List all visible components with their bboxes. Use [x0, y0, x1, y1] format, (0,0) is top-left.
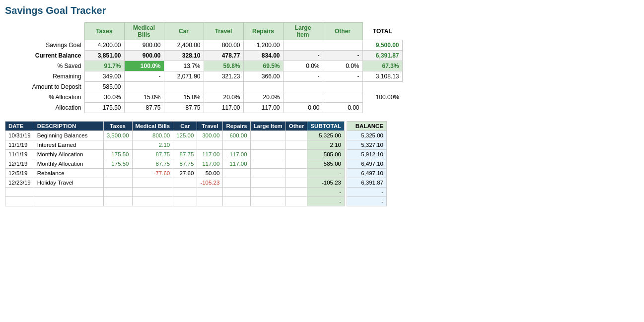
atd-other: [323, 82, 362, 92]
alloc-label: Allocation: [5, 103, 84, 113]
summary-table: Taxes MedicalBills Car Travel Repairs La…: [5, 22, 403, 113]
alloc-car: 87.75: [164, 103, 204, 113]
summary-header-row: Taxes MedicalBills Car Travel Repairs La…: [5, 23, 402, 40]
sg-total: 9,500.00: [362, 40, 402, 51]
pct-repairs: 69.5%: [243, 61, 283, 71]
pa-repairs: 20.0%: [243, 92, 283, 103]
balance-table: BALANCE 5,325.005,327.105,912.106,497.10…: [347, 121, 387, 206]
sg-medical: 900.00: [124, 40, 164, 51]
th-travel: Travel: [197, 122, 223, 131]
col-large: LargeItem: [283, 23, 323, 40]
rem-other: -: [323, 71, 362, 82]
atd-total: [362, 82, 402, 92]
atd-taxes: 585.00: [84, 82, 124, 92]
balance-row: 6,497.10: [347, 169, 386, 178]
trans-row: 12/5/19Rebalance-77.6027.6050.00-: [5, 169, 345, 178]
cb-label: Current Balance: [5, 51, 84, 61]
balance-row: 6,391.87: [347, 178, 386, 188]
transactions-table: DATE DESCRIPTION Taxes Medical Bills Car…: [5, 121, 345, 206]
atd-label: Amount to Deposit: [5, 82, 84, 92]
balance-row: 6,497.10: [347, 159, 386, 169]
rem-repairs: 366.00: [243, 71, 283, 82]
th-balance: BALANCE: [347, 122, 386, 131]
th-date: DATE: [5, 122, 34, 131]
atd-travel: [204, 82, 243, 92]
summary-section: Taxes MedicalBills Car Travel Repairs La…: [5, 22, 639, 113]
col-repairs: Repairs: [243, 23, 283, 40]
trans-row: 11/1/19Monthly Allocation175.5087.7587.7…: [5, 150, 345, 159]
sg-other: [323, 40, 362, 51]
pct-car: 13.7%: [164, 61, 204, 71]
pct-large: 0.0%: [283, 61, 323, 71]
page-title: Savings Goal Tracker: [5, 5, 639, 16]
transactions-section: DATE DESCRIPTION Taxes Medical Bills Car…: [5, 121, 639, 206]
pa-medical: 15.0%: [124, 92, 164, 103]
pa-taxes: 30.0%: [84, 92, 124, 103]
pa-label: % Allocation: [5, 92, 84, 103]
trans-row: -: [5, 188, 345, 197]
cb-total: 6,391.87: [362, 51, 402, 61]
allocation-row: Allocation 175.50 87.75 87.75 117.00 117…: [5, 103, 402, 113]
atd-medical: [124, 82, 164, 92]
sg-car: 2,400.00: [164, 40, 204, 51]
atd-car: [164, 82, 204, 92]
cb-travel: 478.77: [204, 51, 243, 61]
trans-row: 11/1/19Interest Earned2.102.10: [5, 140, 345, 150]
savings-goal-label: Savings Goal: [5, 40, 84, 51]
col-travel: Travel: [204, 23, 243, 40]
alloc-medical: 87.75: [124, 103, 164, 113]
savings-goal-row: Savings Goal 4,200.00 900.00 2,400.00 80…: [5, 40, 402, 51]
pa-travel: 20.0%: [204, 92, 243, 103]
th-repairs: Repairs: [223, 122, 250, 131]
rem-total: 3,108.13: [362, 71, 402, 82]
col-car: Car: [164, 23, 204, 40]
sg-taxes: 4,200.00: [84, 40, 124, 51]
alloc-other: 0.00: [323, 103, 362, 113]
trans-row: 12/1/19Monthly Allocation175.5087.7587.7…: [5, 159, 345, 169]
trans-row: 12/23/19Holiday Travel-105.23-105.23: [5, 178, 345, 188]
current-balance-row: Current Balance 3,851.00 900.00 328.10 4…: [5, 51, 402, 61]
pa-total: 100.00%: [362, 92, 402, 103]
pct-total: 67.3%: [362, 61, 402, 71]
cb-taxes: 3,851.00: [84, 51, 124, 61]
pct-allocation-row: % Allocation 30.0% 15.0% 15.0% 20.0% 20.…: [5, 92, 402, 103]
rem-travel: 321.23: [204, 71, 243, 82]
sg-travel: 800.00: [204, 40, 243, 51]
trans-header-row: DATE DESCRIPTION Taxes Medical Bills Car…: [5, 122, 345, 131]
pct-travel: 59.8%: [204, 61, 243, 71]
th-other: Other: [286, 122, 307, 131]
th-subtotal: SUBTOTAL: [307, 122, 345, 131]
th-taxes: Taxes: [103, 122, 132, 131]
rem-large: -: [283, 71, 323, 82]
rem-taxes: 349.00: [84, 71, 124, 82]
col-taxes: Taxes: [84, 23, 124, 40]
alloc-travel: 117.00: [204, 103, 243, 113]
cb-car: 328.10: [164, 51, 204, 61]
pct-saved-label: % Saved: [5, 61, 84, 71]
balance-row: 5,912.10: [347, 150, 386, 159]
balance-row: -: [347, 188, 386, 197]
alloc-large: 0.00: [283, 103, 323, 113]
cb-repairs: 834.00: [243, 51, 283, 61]
remaining-row: Remaining 349.00 - 2,071.90 321.23 366.0…: [5, 71, 402, 82]
pct-medical: 100.0%: [124, 61, 164, 71]
empty-header: [5, 23, 84, 40]
alloc-taxes: 175.50: [84, 103, 124, 113]
amount-deposit-row: Amount to Deposit 585.00: [5, 82, 402, 92]
balance-header-row: BALANCE: [347, 122, 386, 131]
th-large: Large Item: [250, 122, 286, 131]
cb-other: -: [323, 51, 362, 61]
alloc-repairs: 117.00: [243, 103, 283, 113]
col-medical: MedicalBills: [124, 23, 164, 40]
atd-large: [283, 82, 323, 92]
atd-repairs: [243, 82, 283, 92]
sg-large: [283, 40, 323, 51]
th-medical: Medical Bills: [132, 122, 173, 131]
pct-taxes: 91.7%: [84, 61, 124, 71]
sg-repairs: 1,200.00: [243, 40, 283, 51]
rem-medical: -: [124, 71, 164, 82]
trans-row: -: [5, 197, 345, 206]
pct-other: 0.0%: [323, 61, 362, 71]
balance-row: -: [347, 197, 386, 206]
balance-row: 5,325.00: [347, 131, 386, 140]
